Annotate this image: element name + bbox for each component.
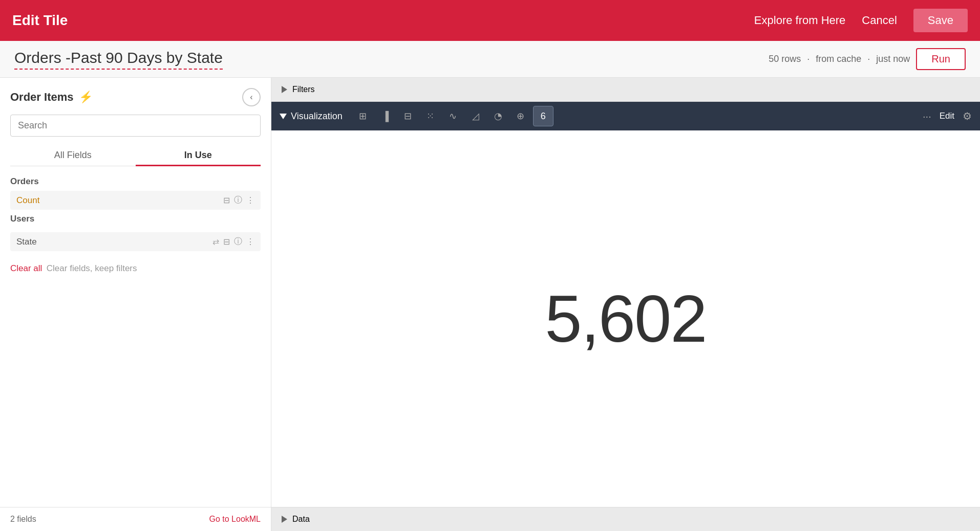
dot-separator-2: · (867, 54, 870, 64)
explore-from-here-link[interactable]: Explore from Here (754, 14, 846, 27)
users-section-label: Users (10, 214, 261, 224)
line-icon[interactable]: ∿ (443, 106, 463, 126)
more-icon-state[interactable]: ⋮ (246, 237, 254, 247)
more-icon-count[interactable]: ⋮ (246, 195, 254, 205)
viz-edit-button[interactable]: Edit (940, 111, 954, 121)
viz-actions: ··· Edit ⚙ (923, 110, 972, 122)
dot-separator-1: · (807, 54, 809, 64)
info-icon-count[interactable]: ⓘ (234, 195, 242, 206)
map-icon[interactable]: ⊕ (510, 106, 531, 126)
cancel-link[interactable]: Cancel (862, 14, 897, 27)
tab-in-use[interactable]: In Use (136, 145, 261, 166)
scatter-icon[interactable]: ⁙ (420, 106, 441, 126)
main-layout: Order Items ⚡ ‹ All Fields In Use Orders… (0, 78, 980, 531)
visualization-display: 5,602 (271, 130, 980, 507)
clear-all-link[interactable]: Clear all (10, 263, 42, 273)
viz-settings-icon[interactable]: ⚙ (963, 110, 972, 122)
page-title: Edit Tile (12, 12, 68, 29)
count-field-item: Count ⊟ ⓘ ⋮ (10, 191, 261, 210)
pie-icon[interactable]: ◔ (488, 106, 508, 126)
swap-icon-state[interactable]: ⇄ (212, 237, 219, 247)
query-bar: Orders -Past 90 Days by State 50 rows · … (0, 41, 980, 78)
count-field-name: Count (16, 195, 219, 206)
sidebar-header: Order Items ⚡ ‹ (10, 88, 261, 106)
lightning-icon: ⚡ (79, 91, 93, 104)
go-to-lookml-link[interactable]: Go to LookML (209, 515, 261, 524)
visualization-bar: Visualization ⊞ ▐ ⊟ ⁙ ∿ ◿ ◔ ⊕ 6 ··· Edit… (271, 102, 980, 130)
sidebar-footer: Clear all Clear fields, keep filters (10, 263, 261, 274)
run-button[interactable]: Run (916, 48, 966, 70)
viz-more-button[interactable]: ··· (923, 110, 931, 122)
filters-expand-icon (282, 86, 287, 93)
header: Edit Tile Explore from Here Cancel Save (0, 0, 980, 41)
bar-chart-icon[interactable]: ▐ (375, 106, 396, 126)
sidebar-model: Order Items ⚡ (10, 91, 93, 104)
search-input[interactable] (10, 115, 261, 137)
area-icon[interactable]: ◿ (465, 106, 486, 126)
cache-source: from cache (816, 54, 861, 64)
tab-all-fields[interactable]: All Fields (10, 145, 136, 166)
filters-label: Filters (292, 85, 315, 94)
sidebar-bottom-bar: 2 fields Go to LookML (0, 507, 271, 531)
data-label: Data (292, 515, 310, 524)
row-count: 50 rows (769, 54, 801, 64)
fields-count: 2 fields (10, 515, 36, 524)
big-number-value: 5,602 (545, 280, 706, 357)
viz-collapse-icon[interactable] (280, 114, 287, 119)
model-name: Order Items (10, 91, 74, 104)
save-button[interactable]: Save (913, 9, 968, 32)
run-time: just now (876, 54, 910, 64)
filters-bar[interactable]: Filters (271, 78, 980, 102)
field-tabs: All Fields In Use (10, 145, 261, 166)
state-field-item: State ⇄ ⊟ ⓘ ⋮ (10, 232, 261, 251)
collapse-sidebar-button[interactable]: ‹ (242, 88, 261, 106)
viz-type-icons: ⊞ ▐ ⊟ ⁙ ∿ ◿ ◔ ⊕ 6 (353, 106, 919, 126)
data-expand-icon (282, 516, 287, 523)
grid-chart-icon[interactable]: ⊟ (398, 106, 418, 126)
sidebar: Order Items ⚡ ‹ All Fields In Use Orders… (0, 78, 271, 531)
filter-icon-state[interactable]: ⊟ (223, 237, 230, 247)
query-title: Orders -Past 90 Days by State (14, 49, 223, 70)
table-icon[interactable]: ⊞ (353, 106, 373, 126)
state-field-name: State (16, 237, 208, 247)
orders-section-label: Orders (10, 176, 261, 187)
filter-icon-count[interactable]: ⊟ (223, 195, 230, 205)
clear-fields-link[interactable]: Clear fields, keep filters (47, 263, 137, 273)
data-bar[interactable]: Data (271, 507, 980, 531)
viz-label: Visualization (291, 111, 343, 122)
content-area: Filters Visualization ⊞ ▐ ⊟ ⁙ ∿ ◿ ◔ ⊕ 6 … (271, 78, 980, 531)
number-icon[interactable]: 6 (533, 106, 553, 126)
info-icon-state[interactable]: ⓘ (234, 236, 242, 247)
header-actions: Explore from Here Cancel Save (754, 9, 968, 32)
query-meta: 50 rows · from cache · just now Run (769, 48, 966, 70)
